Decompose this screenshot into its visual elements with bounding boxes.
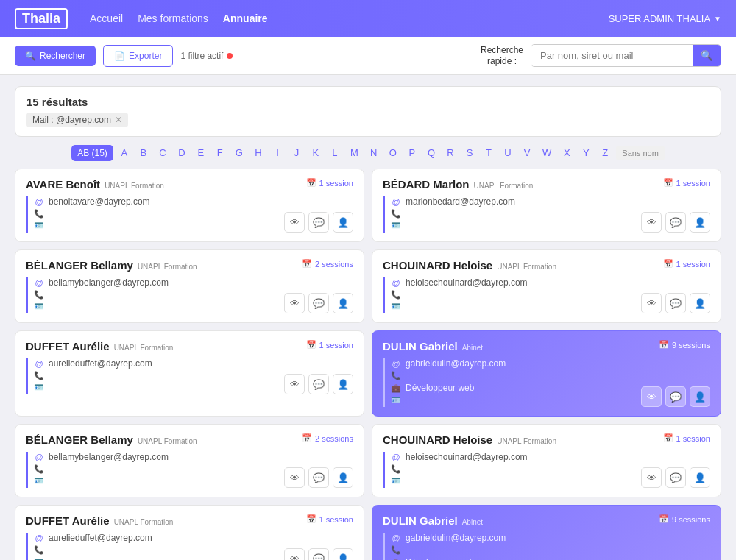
alpha-btn-t[interactable]: T	[481, 144, 497, 161]
chat-action-btn[interactable]: 💬	[665, 212, 686, 233]
brand-logo[interactable]: Thalia	[15, 8, 68, 29]
card-id-row: 🪪	[391, 221, 641, 230]
alpha-btn-z[interactable]: Z	[597, 144, 613, 161]
card-body: @ benoitavare@dayrep.com 📞 🪪 👁💬👤	[26, 196, 353, 233]
alpha-btn-l[interactable]: L	[327, 144, 343, 161]
chat-action-btn[interactable]: 💬	[308, 548, 329, 560]
email-icon: @	[391, 359, 401, 368]
card-tag: Abinet	[462, 518, 483, 526]
alpha-btn-m[interactable]: M	[346, 144, 363, 161]
alpha-btn-k[interactable]: K	[308, 144, 324, 161]
card-email-text: aurelieduffet@dayrep.com	[49, 358, 152, 369]
alpha-btn-b[interactable]: B	[135, 144, 152, 161]
search-submit-button[interactable]: 🔍	[693, 45, 721, 66]
alpha-btn-q[interactable]: Q	[423, 144, 439, 161]
alpha-btn-sans-nom[interactable]: Sans nom	[616, 146, 665, 160]
eye-action-btn[interactable]: 👁	[641, 212, 662, 233]
search-submit-icon: 🔍	[701, 50, 713, 61]
card-duffet2: DUFFET Aurélie UNAPL Formation 📅 1 sessi…	[15, 505, 364, 560]
person-action-btn[interactable]: 👤	[333, 293, 353, 313]
card-header: BÉLANGER Bellamy UNAPL Formation 📅 2 ses…	[26, 259, 353, 272]
card-email: @ benoitavare@dayrep.com	[34, 196, 284, 207]
search-button[interactable]: 🔍 Rechercher	[15, 46, 96, 66]
eye-action-btn[interactable]: 👁	[284, 293, 305, 313]
card-name: DUFFET Aurélie	[26, 340, 110, 352]
alpha-btn-f[interactable]: F	[212, 144, 228, 161]
eye-action-btn[interactable]: 👁	[641, 386, 662, 407]
nav-annuaire[interactable]: Annuaire	[223, 13, 268, 24]
card-email: @ gabrieldulin@dayrep.com	[391, 358, 641, 369]
export-button[interactable]: 📄 Exporter	[103, 45, 173, 67]
eye-action-btn[interactable]: 👁	[284, 374, 305, 394]
filter-remove-icon[interactable]: ✕	[115, 115, 122, 125]
alpha-btn-y[interactable]: Y	[578, 144, 594, 161]
alpha-btn-v[interactable]: V	[519, 144, 535, 161]
chat-action-btn[interactable]: 💬	[665, 467, 686, 488]
person-action-btn[interactable]: 👤	[333, 467, 353, 488]
card-email-text: gabrieldulin@dayrep.com	[406, 358, 506, 369]
alpha-btn-d[interactable]: D	[174, 144, 190, 161]
alpha-btn-i[interactable]: I	[269, 144, 286, 161]
card-body: @ gabrieldulin@dayrep.com 📞 💼 Développeu…	[383, 358, 710, 407]
nav-links: Accueil Mes formations Annuaire	[90, 13, 609, 24]
session-icon: 📅	[663, 433, 673, 443]
card-email: @ heloisechouinard@dayrep.com	[391, 277, 641, 288]
card-header: DUFFET Aurélie UNAPL Formation 📅 1 sessi…	[26, 340, 353, 352]
alpha-btn-all[interactable]: AB (15)	[71, 145, 113, 161]
chat-action-btn[interactable]: 💬	[665, 386, 686, 407]
eye-action-btn[interactable]: 👁	[284, 548, 305, 560]
card-email-text: heloisechouinard@dayrep.com	[406, 277, 528, 288]
card-header: DUFFET Aurélie UNAPL Formation 📅 1 sessi…	[26, 514, 353, 527]
person-action-btn[interactable]: 👤	[690, 212, 710, 233]
card-dulin2: DULIN Gabriel Abinet 📅 9 sessions @ gabr…	[372, 505, 721, 560]
alpha-btn-o[interactable]: O	[385, 144, 401, 161]
card-phone-row: 📞	[34, 545, 284, 555]
nav-accueil[interactable]: Accueil	[90, 13, 123, 24]
card-title: DULIN Gabriel Abinet	[383, 514, 483, 527]
alpha-btn-g[interactable]: G	[231, 144, 247, 161]
alpha-btn-p[interactable]: P	[404, 144, 420, 161]
chat-action-btn[interactable]: 💬	[308, 293, 329, 313]
alpha-btn-c[interactable]: C	[155, 144, 171, 161]
card-header: BÉLANGER Bellamy UNAPL Formation 📅 2 ses…	[26, 433, 353, 446]
filter-tag[interactable]: Mail : @dayrep.com ✕	[26, 113, 128, 127]
id-icon: 🪪	[34, 557, 44, 560]
action-buttons: 👁💬👤	[641, 212, 710, 233]
session-icon: 📅	[306, 340, 316, 350]
person-action-btn[interactable]: 👤	[690, 293, 710, 313]
chat-action-btn[interactable]: 💬	[665, 293, 686, 313]
user-menu[interactable]: SUPER ADMIN THALIA ▼	[609, 13, 721, 24]
session-count: 📅 1 session	[306, 340, 353, 350]
alpha-btn-e[interactable]: E	[193, 144, 209, 161]
eye-action-btn[interactable]: 👁	[284, 212, 305, 233]
id-icon: 🪪	[34, 383, 44, 392]
alpha-btn-h[interactable]: H	[250, 144, 266, 161]
chat-action-btn[interactable]: 💬	[308, 374, 329, 394]
alpha-btn-j[interactable]: J	[289, 144, 305, 161]
eye-action-btn[interactable]: 👁	[641, 467, 662, 488]
chat-action-btn[interactable]: 💬	[308, 467, 329, 488]
person-action-btn[interactable]: 👤	[690, 386, 710, 407]
chat-action-btn[interactable]: 💬	[308, 212, 329, 233]
person-action-btn[interactable]: 👤	[333, 548, 353, 560]
alpha-btn-r[interactable]: R	[442, 144, 459, 161]
alpha-btn-u[interactable]: U	[500, 144, 516, 161]
alpha-btn-w[interactable]: W	[538, 144, 556, 161]
person-action-btn[interactable]: 👤	[333, 374, 353, 394]
card-email: @ aurelieduffet@dayrep.com	[34, 533, 284, 543]
action-buttons: 👁💬👤	[641, 467, 710, 488]
alpha-btn-a[interactable]: A	[116, 144, 132, 161]
action-buttons: 👁💬👤	[284, 293, 353, 313]
search-input[interactable]	[531, 45, 693, 66]
card-name: AVARE Benoît	[26, 178, 100, 191]
eye-action-btn[interactable]: 👁	[641, 293, 662, 313]
card-title: AVARE Benoît UNAPL Formation	[26, 178, 164, 191]
alpha-btn-x[interactable]: X	[559, 144, 575, 161]
alpha-btn-n[interactable]: N	[366, 144, 382, 161]
eye-action-btn[interactable]: 👁	[284, 467, 305, 488]
card-email-text: gabrieldulin@dayrep.com	[406, 533, 506, 543]
alpha-btn-s[interactable]: S	[461, 144, 478, 161]
nav-mes-formations[interactable]: Mes formations	[138, 13, 208, 24]
person-action-btn[interactable]: 👤	[333, 212, 353, 233]
person-action-btn[interactable]: 👤	[690, 467, 710, 488]
